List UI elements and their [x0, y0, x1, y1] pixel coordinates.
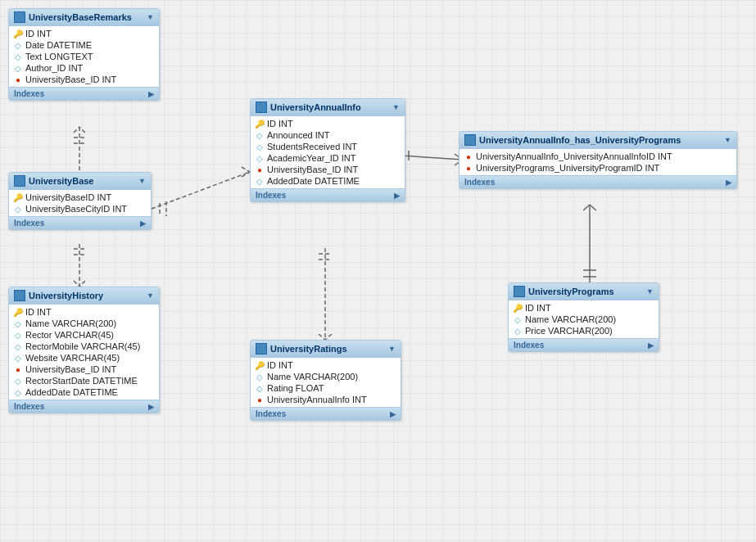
- footer-arrow-icon: ▶: [148, 403, 154, 411]
- field-icon: ◇: [256, 177, 264, 185]
- table-row: 🔑 ID INT: [9, 28, 159, 39]
- field-icon: ◇: [14, 64, 22, 72]
- field-name: Price VARCHAR(200): [525, 326, 613, 336]
- table-university-base-remarks: UniversityBaseRemarks ▼ 🔑 ID INT ◇ Date …: [8, 8, 160, 101]
- field-name: Date DATETIME: [25, 40, 92, 50]
- field-name: Name VARCHAR(200): [267, 372, 358, 382]
- footer-arrow-icon: ▶: [390, 410, 396, 418]
- table-university-annual-info: UniversityAnnualInfo ▼ 🔑 ID INT ◇ Announ…: [250, 98, 405, 202]
- dropdown-arrow-icon[interactable]: ▼: [138, 177, 146, 185]
- field-name: UniversityAnnualInfo INT: [267, 395, 367, 404]
- table-body: 🔑 ID INT ◇ Name VARCHAR(200) ◇ Rector VA…: [9, 305, 159, 400]
- table-row: ◇ UniversityBaseCityID INT: [9, 203, 151, 215]
- field-name: RectorStartDate DATETIME: [25, 376, 138, 386]
- field-name: UniversityBaseID INT: [25, 192, 111, 202]
- table-body: ● UniversityAnnualInfo_UniversityAnnualI…: [459, 149, 736, 175]
- table-row: ◇ Rector VARCHAR(45): [9, 329, 159, 341]
- table-row: ● UniversityAnnualInfo INT: [251, 394, 401, 405]
- svg-line-10: [152, 172, 250, 209]
- svg-line-13: [242, 167, 250, 172]
- table-row: ◇ Name VARCHAR(200): [509, 314, 659, 325]
- field-name: Rating FLOAT: [267, 383, 324, 393]
- field-name: UniversityAnnualInfo_UniversityAnnualInf…: [476, 151, 672, 161]
- field-name: UniversityBase_ID INT: [267, 165, 358, 174]
- dropdown-arrow-icon[interactable]: ▼: [646, 287, 654, 296]
- table-row: ● UniversityBase_ID INT: [251, 164, 405, 175]
- table-icon: [514, 286, 525, 297]
- footer-arrow-icon: ▶: [648, 341, 654, 350]
- table-header-university-history[interactable]: UniversityHistory ▼: [9, 287, 159, 305]
- table-university-programs: UniversityPrograms ▼ 🔑 ID INT ◇ Name VAR…: [508, 282, 659, 352]
- field-name: UniversityPrograms_UniversityProgramID I…: [476, 163, 659, 173]
- field-icon: ◇: [256, 131, 264, 139]
- table-footer[interactable]: Indexes ▶: [9, 400, 159, 413]
- table-footer[interactable]: Indexes ▶: [9, 216, 151, 229]
- table-row: ◇ Name VARCHAR(200): [251, 371, 401, 382]
- field-name: RectorMobile VARCHAR(45): [25, 341, 140, 351]
- table-footer[interactable]: Indexes ▶: [251, 407, 401, 420]
- dropdown-arrow-icon[interactable]: ▼: [147, 291, 154, 300]
- field-icon: ◇: [514, 315, 522, 323]
- field-name: AcademicYear_ID INT: [267, 153, 355, 163]
- table-footer[interactable]: Indexes ▶: [251, 188, 405, 201]
- svg-line-18: [319, 334, 325, 340]
- dropdown-arrow-icon[interactable]: ▼: [392, 103, 400, 111]
- field-name: Author_ID INT: [25, 63, 83, 73]
- table-row: ◇ Price VARCHAR(200): [509, 325, 659, 336]
- field-icon: ◇: [14, 377, 22, 385]
- table-university-annual-info-has: UniversityAnnualInfo_has_UniversityProgr…: [459, 131, 737, 189]
- table-row: ◇ AddedDate DATETIME: [9, 386, 159, 398]
- field-icon: ◇: [256, 154, 264, 162]
- svg-line-9: [79, 281, 85, 287]
- footer-arrow-icon: ▶: [140, 219, 146, 228]
- table-header-university-base-remarks[interactable]: UniversityBaseRemarks ▼: [9, 9, 159, 26]
- field-name: UniversityBase_ID INT: [25, 364, 116, 374]
- fk-icon: ●: [256, 165, 264, 174]
- table-body: 🔑 ID INT ◇ Announced INT ◇ StudentsRecei…: [251, 116, 405, 188]
- table-footer[interactable]: Indexes ▶: [509, 338, 659, 351]
- table-row: 🔑 ID INT: [251, 359, 401, 371]
- table-header-university-ratings[interactable]: UniversityRatings ▼: [251, 341, 401, 358]
- table-row: 🔑 ID INT: [509, 302, 659, 314]
- table-row: 🔑 ID INT: [251, 118, 405, 129]
- table-icon: [14, 11, 25, 23]
- field-name: Name VARCHAR(200): [525, 314, 616, 324]
- field-name: ID INT: [25, 307, 52, 317]
- field-icon: ◇: [14, 388, 22, 396]
- svg-line-2: [79, 127, 85, 133]
- field-name: StudentsReceived INT: [267, 142, 357, 151]
- table-row: ◇ Rating FLOAT: [251, 382, 401, 394]
- table-university-ratings: UniversityRatings ▼ 🔑 ID INT ◇ Name VARC…: [250, 340, 401, 421]
- pk-icon: 🔑: [256, 120, 264, 128]
- svg-line-14: [242, 172, 250, 177]
- field-name: ID INT: [267, 119, 293, 129]
- table-header-university-programs[interactable]: UniversityPrograms ▼: [509, 283, 659, 300]
- table-row: ◇ Date DATETIME: [9, 39, 159, 51]
- table-row: ◇ Text LONGTEXT: [9, 51, 159, 62]
- table-footer[interactable]: Indexes ▶: [9, 87, 159, 100]
- pk-icon: 🔑: [14, 193, 22, 201]
- table-title: UniversityPrograms: [528, 287, 614, 296]
- field-name: ID INT: [525, 303, 551, 313]
- dropdown-arrow-icon[interactable]: ▼: [147, 13, 154, 21]
- dropdown-arrow-icon[interactable]: ▼: [388, 345, 396, 353]
- field-name: ID INT: [267, 360, 293, 370]
- table-title: UniversityHistory: [29, 291, 103, 300]
- field-icon: ◇: [14, 41, 22, 49]
- indexes-label: Indexes: [256, 409, 286, 418]
- table-row: ◇ RectorMobile VARCHAR(45): [9, 341, 159, 352]
- field-name: Announced INT: [267, 130, 329, 140]
- table-body: 🔑 ID INT ◇ Date DATETIME ◇ Text LONGTEXT…: [9, 26, 159, 87]
- table-header-university-annual-info[interactable]: UniversityAnnualInfo ▼: [251, 99, 405, 116]
- table-footer[interactable]: Indexes ▶: [459, 175, 736, 188]
- fk-icon: ●: [464, 164, 473, 172]
- table-title: UniversityAnnualInfo: [270, 102, 361, 112]
- table-header-university-base[interactable]: UniversityBase ▼: [9, 173, 151, 190]
- dropdown-arrow-icon[interactable]: ▼: [724, 136, 731, 144]
- table-title: UniversityRatings: [270, 344, 347, 354]
- table-university-history: UniversityHistory ▼ 🔑 ID INT ◇ Name VARC…: [8, 287, 160, 413]
- table-header-university-annual-info-has[interactable]: UniversityAnnualInfo_has_UniversityProgr…: [459, 132, 736, 149]
- field-icon: ◇: [14, 319, 22, 327]
- fk-icon: ●: [14, 75, 22, 84]
- table-row: ◇ Announced INT: [251, 129, 405, 141]
